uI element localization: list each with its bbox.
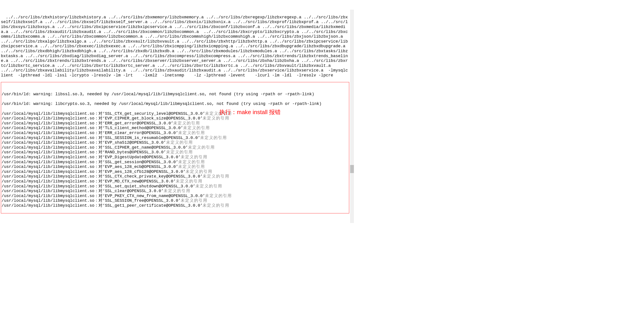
error-output-box: 执行：make install 报错 /usr/bin/ld: warning:… xyxy=(1,82,349,213)
linker-error-line: /usr/local/mysql/lib/libmysqlclient.so：对… xyxy=(2,203,348,208)
linker-error-line: /usr/local/mysql/lib/libmysqlclient.so：对… xyxy=(2,174,348,179)
scrollbar-track[interactable] xyxy=(350,10,354,223)
linker-error-line: /usr/local/mysql/lib/libmysqlclient.so：对… xyxy=(2,136,348,140)
linker-error-line: /usr/local/mysql/lib/libmysqlclient.so：对… xyxy=(2,140,348,145)
linker-error-line: /usr/local/mysql/lib/libmysqlclient.so：对… xyxy=(2,131,348,136)
linker-error-line: /usr/local/mysql/lib/libmysqlclient.so：对… xyxy=(2,150,348,155)
compile-output-top: ../../src/libs/zbxhistory/libzbxhistory.… xyxy=(1,15,349,78)
linker-error-line: /usr/local/mysql/lib/libmysqlclient.so：对… xyxy=(2,155,348,160)
linker-error-line: /usr/local/mysql/lib/libmysqlclient.so：对… xyxy=(2,126,348,131)
linker-error-line: /usr/local/mysql/lib/libmysqlclient.so：对… xyxy=(2,170,348,174)
ld-warning-1: /usr/bin/ld: warning: libssl.so.3, neede… xyxy=(2,92,348,97)
linker-errors: /usr/local/mysql/lib/libmysqlclient.so：对… xyxy=(2,111,348,208)
linker-error-line: /usr/local/mysql/lib/libmysqlclient.so：对… xyxy=(2,160,348,165)
linker-error-line: /usr/local/mysql/lib/libmysqlclient.so：对… xyxy=(2,116,348,121)
linker-error-line: /usr/local/mysql/lib/libmysqlclient.so：对… xyxy=(2,165,348,170)
linker-error-line: /usr/local/mysql/lib/libmysqlclient.so：对… xyxy=(2,194,348,199)
linker-error-line: /usr/local/mysql/lib/libmysqlclient.so：对… xyxy=(2,198,348,203)
linker-error-line: /usr/local/mysql/lib/libmysqlclient.so：对… xyxy=(2,145,348,150)
linker-error-line: /usr/local/mysql/lib/libmysqlclient.so：对… xyxy=(2,179,348,184)
linker-error-line: /usr/local/mysql/lib/libmysqlclient.so：对… xyxy=(2,111,348,116)
linker-error-line: /usr/local/mysql/lib/libmysqlclient.so：对… xyxy=(2,189,348,194)
ld-warning-2: /usr/bin/ld: warning: libcrypto.so.3, ne… xyxy=(2,102,348,106)
linker-error-line: /usr/local/mysql/lib/libmysqlclient.so：对… xyxy=(2,184,348,189)
linker-error-line: /usr/local/mysql/lib/libmysqlclient.so：对… xyxy=(2,121,348,126)
scrollbar-thumb[interactable] xyxy=(350,165,354,173)
